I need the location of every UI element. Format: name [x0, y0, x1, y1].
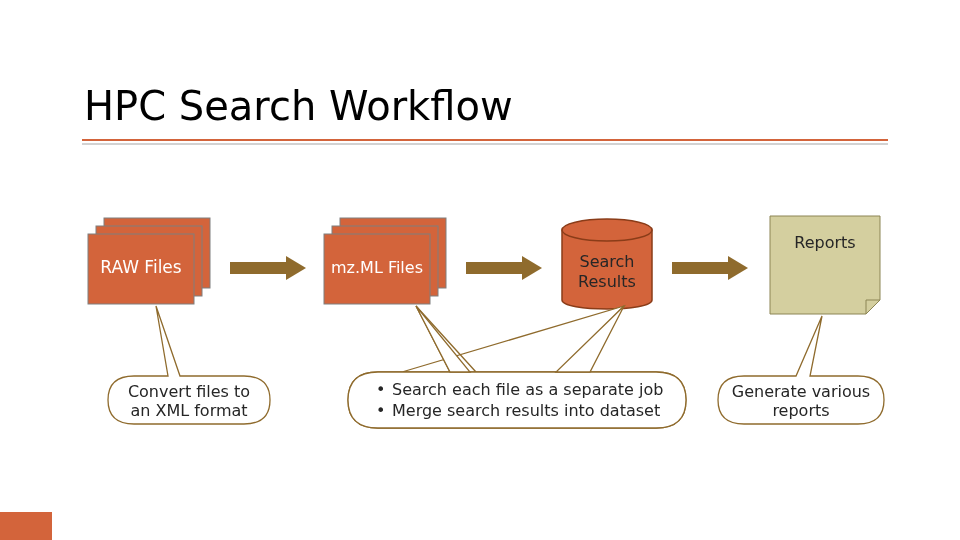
- svg-rect-8: [466, 262, 522, 274]
- search-results-label-2: Results: [578, 272, 636, 291]
- svg-point-10: [562, 219, 652, 241]
- callout-convert-line1: Convert files to: [128, 382, 250, 401]
- slide-canvas: HPC Search Workflow RAW Files mz.ML File…: [0, 0, 960, 540]
- mzml-files-label: mz.ML Files: [331, 258, 423, 277]
- footer-accent: [0, 512, 52, 540]
- search-results-node: Search Results: [562, 219, 652, 309]
- callout-search-bullet1: Search each file as a separate job: [392, 380, 663, 399]
- callout-generate-line2: reports: [772, 401, 829, 420]
- search-results-label-1: Search: [580, 252, 635, 271]
- callout-search-bullet2: Merge search results into dataset: [392, 401, 660, 420]
- raw-files-node: RAW Files: [88, 218, 210, 304]
- reports-label: Reports: [794, 233, 855, 252]
- raw-files-label: RAW Files: [100, 257, 181, 277]
- arrow-mzml-to-results: [466, 256, 542, 280]
- mzml-files-node: mz.ML Files: [324, 218, 446, 304]
- callout-convert: Convert files to an XML format: [108, 306, 270, 424]
- callout-search: • Search each file as a separate job • M…: [348, 306, 686, 428]
- svg-rect-11: [672, 262, 728, 274]
- callout-search-bullet2-dot: •: [376, 401, 385, 420]
- svg-rect-3: [230, 262, 286, 274]
- svg-marker-4: [286, 256, 306, 280]
- slide-title: HPC Search Workflow: [84, 83, 513, 129]
- callout-generate: Generate various reports: [718, 316, 884, 424]
- svg-marker-9: [522, 256, 542, 280]
- reports-node: Reports: [770, 216, 880, 314]
- callout-search-bullet1-dot: •: [376, 380, 385, 399]
- arrow-results-to-reports: [672, 256, 748, 280]
- arrow-raw-to-mzml: [230, 256, 306, 280]
- callout-generate-line1: Generate various: [732, 382, 870, 401]
- svg-marker-12: [728, 256, 748, 280]
- callout-convert-line2: an XML format: [130, 401, 247, 420]
